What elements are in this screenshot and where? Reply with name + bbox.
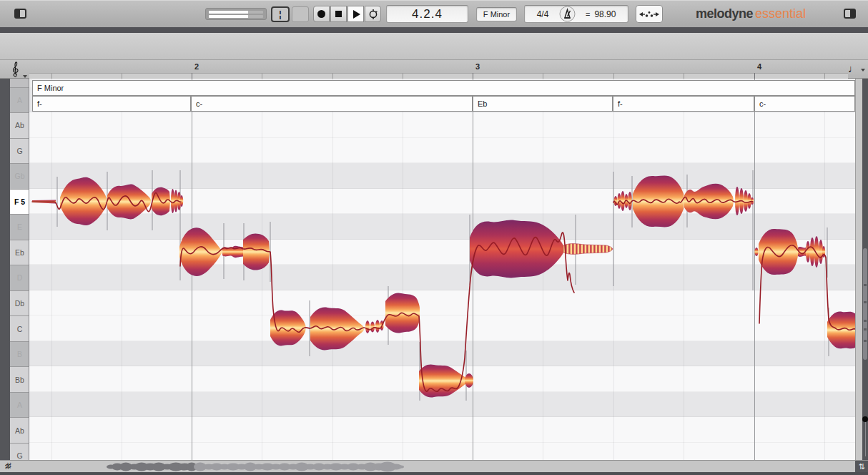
ruler-tick <box>824 73 825 79</box>
stop-icon <box>335 11 342 17</box>
meter-bar <box>209 11 263 14</box>
quarter-note-icon: ♩ <box>848 62 859 74</box>
thumb-note-mark <box>864 320 867 322</box>
vertical-scrollbar-thumb[interactable] <box>863 248 868 360</box>
transport-controls <box>313 6 382 22</box>
note-follow-button[interactable] <box>636 5 663 23</box>
note-editor[interactable]: F Minor f-c-Ebf-c- <box>29 79 855 460</box>
note-follow-icon <box>639 9 659 20</box>
editor-body: F Minor f-c-Ebf-c- <box>0 79 868 460</box>
thumb-note-mark <box>864 284 867 286</box>
chevron-down-icon <box>23 75 27 78</box>
stop-button[interactable] <box>330 6 347 22</box>
note-blob <box>107 185 151 220</box>
record-icon <box>317 10 325 18</box>
record-button[interactable] <box>313 6 330 22</box>
app-window: ¦ 4.2.4 F Minor 4/4 <box>0 0 868 475</box>
pitch-curves <box>32 192 855 391</box>
ruler-tick <box>51 73 52 79</box>
ruler-tick <box>403 73 403 79</box>
thumb-note-mark <box>864 301 867 303</box>
equals-sign: = <box>586 10 590 19</box>
pitch-ruler-cell[interactable]: A <box>10 392 29 418</box>
cycle-strip[interactable] <box>29 73 848 79</box>
pitch-ruler-cell[interactable]: Db <box>10 290 29 316</box>
treble-clef-icon <box>11 61 21 78</box>
vertical-zoom-handle[interactable] <box>862 416 868 422</box>
pitch-ruler-cell[interactable]: Ab <box>10 112 29 138</box>
toolbar: Eb 5 +8 ct <box>0 33 868 60</box>
note-blobs[interactable] <box>32 176 855 398</box>
monitor-option-box[interactable] <box>292 6 309 22</box>
pitch-ruler-cell[interactable]: F 5 <box>10 189 29 215</box>
ruler-tick <box>262 73 262 79</box>
monitor-button[interactable]: ¦ <box>271 6 290 22</box>
zoom-arrows-icon: ⇅ <box>858 462 864 471</box>
ruler-tick <box>473 73 473 79</box>
ruler-tick <box>122 73 122 79</box>
overview-waveform[interactable] <box>0 461 855 473</box>
thumb-note-mark <box>864 340 867 342</box>
metronome-icon[interactable] <box>559 6 576 22</box>
overview-blobs-light <box>194 462 404 472</box>
note-blob <box>179 227 222 276</box>
note-tail[interactable] <box>563 244 613 255</box>
chevron-down-icon <box>861 69 865 72</box>
pitch-ruler-cell[interactable]: Ab <box>10 417 29 443</box>
pitch-ruler-cell[interactable]: E <box>10 214 29 240</box>
corner-zoom-widget[interactable]: ⇅ <box>855 461 868 473</box>
pitch-ruler-cell[interactable]: C <box>10 315 29 341</box>
pitch-ruler-cell[interactable]: A <box>10 87 29 113</box>
vertical-scrollbar[interactable] <box>862 79 868 460</box>
window-bottom-edge <box>0 472 868 475</box>
window-divider <box>0 27 868 33</box>
ruler-tick <box>332 73 333 79</box>
time-ruler[interactable]: ♩ 234 <box>0 60 868 79</box>
time-signature[interactable]: 4/4 <box>531 9 555 19</box>
pitch-ruler-cell[interactable]: D <box>10 265 29 290</box>
play-icon <box>353 10 360 19</box>
key-button[interactable]: F Minor <box>476 7 517 21</box>
cycle-icon <box>368 9 379 20</box>
pitch-ruler-cell[interactable]: Bb <box>10 366 29 392</box>
pitch-ruler-cell[interactable]: G <box>10 138 29 164</box>
tempo-value[interactable]: 98.90 <box>594 9 616 19</box>
bar-number: 4 <box>757 62 761 71</box>
bar-number: 3 <box>475 62 480 71</box>
song-position-display[interactable]: 4.2.4 <box>386 5 468 23</box>
meter-bar <box>209 15 263 18</box>
pitch-ruler-cell[interactable]: Gb <box>10 163 29 189</box>
cycle-button[interactable] <box>365 6 381 22</box>
level-meter[interactable] <box>205 8 267 20</box>
tempo-section[interactable]: 4/4 = 98.90 <box>524 5 628 23</box>
thumb-note-mark <box>864 328 867 330</box>
app-logo: melodyneessential <box>696 6 806 21</box>
transport-bar: ¦ 4.2.4 F Minor 4/4 <box>0 0 868 27</box>
pitch-ruler-cell[interactable]: B <box>10 341 29 367</box>
bar-number: 2 <box>194 62 199 71</box>
vertical-zoom-slider[interactable] <box>865 421 866 456</box>
note-blob-layer <box>29 79 855 460</box>
right-panel-toggle-icon[interactable] <box>844 9 856 19</box>
clef-menu[interactable] <box>11 61 27 78</box>
pitch-ruler-cell[interactable]: Eb <box>10 240 29 265</box>
ruler-tick <box>754 73 755 79</box>
pitch-ruler-cell[interactable]: G <box>10 443 29 460</box>
ruler-tick <box>192 73 192 79</box>
overview-blobs-dark <box>107 463 197 471</box>
note-blob <box>243 233 270 270</box>
time-grid-menu[interactable]: ♩ <box>848 62 865 74</box>
ruler-tick <box>543 73 543 79</box>
left-panel-toggle-icon[interactable] <box>14 9 26 19</box>
right-gutter: ♯♯ <box>855 79 862 460</box>
logo-primary: melodyne <box>696 6 753 21</box>
play-button[interactable] <box>347 6 364 22</box>
ruler-tick <box>613 73 614 79</box>
window-left-edge <box>0 79 10 460</box>
horizontal-scrollbar[interactable]: ♯♯ <box>0 460 868 472</box>
logo-secondary: essential <box>755 6 806 21</box>
ruler-tick <box>684 73 684 79</box>
pitch-ruler: AAbGGbF 5EEbDDbCBBbAAbG <box>10 79 29 460</box>
